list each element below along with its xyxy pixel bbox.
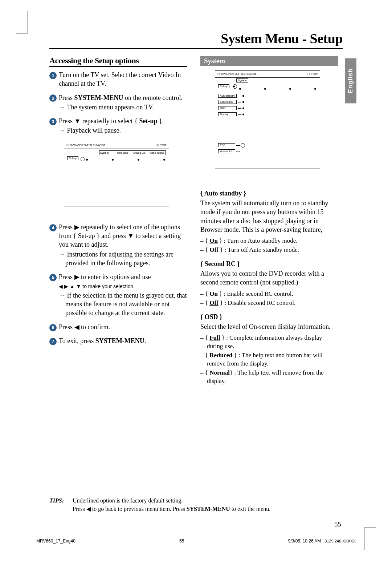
step-1: 1 Turn on the TV set. Select the correct… [49,70,187,88]
section-heading-accessing: Accessing the Setup options [49,56,187,67]
option-second-rc-list: { On } : Enable second RC control. { Off… [200,290,338,307]
step-2: 2 Press SYSTEM-MENU on the remote contro… [49,93,187,112]
option-osd-list: { Full } : Complete information always d… [200,334,338,386]
option-second-rc-body: Allows you to control the DVD recorder w… [200,269,338,287]
step-4-result: Instructions for adjusting the settings … [59,250,187,268]
step-5-result: If the selection in the menu is grayed o… [59,291,187,318]
crop-mark-top-left [16,11,28,33]
step-2-result: The system menu appears on TV. [59,103,187,112]
section-banner-system: System [200,56,338,66]
step-5: 5 Press ▶ to enter its options and use ◀… [49,273,187,317]
tips-block: TIPS: Underlined option is the factory d… [49,493,343,513]
step-7: 7 To exit, press SYSTEM-MENU. [49,336,187,345]
osd-screenshot-2: ⬭ DVD-VIDEO-TITLE 04|CO1 ▢ STOP System S… [215,70,320,183]
option-auto-standby-head: { Auto standby } [200,190,338,197]
page-title: System Menu - Setup [49,31,343,49]
osd-screenshot-1: ⬭ DVD-VIDEO-TITLE 04|CO1 ▢ STOP SystemTi… [64,142,169,216]
option-osd-body: Select the level of On-screen display in… [200,322,338,331]
option-auto-standby-body: The system will automatically turn on to… [200,199,338,234]
print-footer: MRV660_17_Eng40 55 9/3/05, 10:26 AM 3139… [36,538,356,544]
option-osd-head: { OSD } [200,313,338,321]
step-num-1: 1 [49,72,57,79]
crop-mark-bottom-right [364,528,376,550]
page-number: 55 [334,520,341,528]
step-6: 6 Press ◀ to confirm. [49,323,187,331]
language-tab: English [345,58,356,103]
step-3: 3 Press ▼ repeatedly to select { Set-up … [49,117,187,135]
step-4: 4 Press ▶ repeatedly to select one of th… [49,223,187,267]
option-second-rc-head: { Second RC } [200,260,338,268]
step-1-text: Turn on the TV set. Select the correct V… [59,70,187,88]
option-auto-standby-list: { On } : Turn on Auto standby mode. { Of… [200,237,338,254]
step-3-result: Playback will pause. [59,126,187,135]
